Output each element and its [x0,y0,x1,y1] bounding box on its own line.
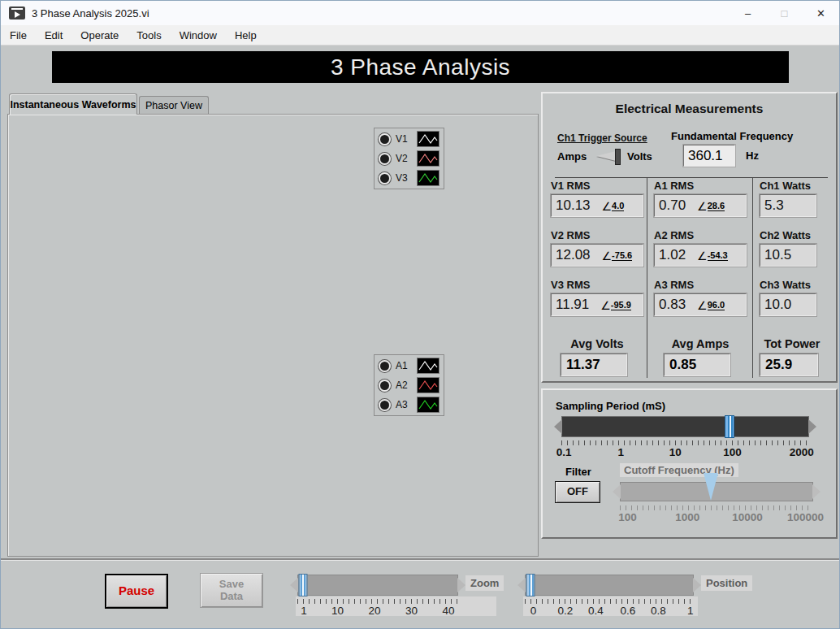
sampling-scale-label: 2000 [790,446,814,458]
position-scale-label: 1 [687,605,694,617]
current-rms-indicator: A2 RMS 1.02 ∠-54.3 [654,229,747,279]
zoom-scale-label: 30 [405,605,418,617]
legend-label: A1 [396,360,412,371]
legend-plot-glyph-icon[interactable] [417,377,439,393]
position-scale-label: 0 [530,605,537,617]
trigger-source-switch[interactable] [595,149,626,163]
menu-item[interactable]: File [1,25,36,45]
legend-plot-glyph-icon[interactable] [417,358,439,374]
plot-visible-led-icon[interactable] [379,172,391,184]
divider [1,558,839,561]
position-slider[interactable] [525,575,694,596]
position-scale-label: 0.2 [558,605,574,617]
zoom-handle[interactable] [298,574,307,596]
slider-right-arrow-icon[interactable] [457,578,465,592]
slider-left-arrow-icon[interactable] [517,578,526,592]
plot-visible-led-icon[interactable] [379,133,391,145]
rms-value: 0.70 [659,197,686,214]
slider-left-arrow-icon[interactable] [613,484,621,499]
legend-item-V1[interactable]: V1 [379,131,439,147]
maximize-button[interactable]: □ [766,1,803,25]
zoom-scale-label: 20 [369,605,381,617]
minimize-button[interactable]: – [730,1,766,25]
slider-right-arrow-icon[interactable] [812,484,821,499]
slider-left-arrow-icon[interactable] [290,578,298,592]
legend-item-A3[interactable]: A3 [379,397,439,413]
angle-icon: ∠ [697,301,708,310]
legend-item-A1[interactable]: A1 [379,358,439,374]
cutoff-frequency-slider[interactable] [620,482,813,501]
indicator-value-box: 1.02 ∠-54.3 [654,244,747,267]
menu-item[interactable]: Help [226,25,266,45]
hz-unit-label: Hz [746,150,759,162]
sampling-period-slider[interactable] [561,416,809,437]
cutoff-scale-label: 1000 [675,511,699,523]
cutoff-frequency-handle[interactable] [704,473,718,501]
tab-phasor-view[interactable]: Phasor View [139,96,209,115]
tab-page [7,114,539,557]
legend-item-V3[interactable]: V3 [379,170,439,186]
switch-lever-icon[interactable] [596,151,616,161]
plot-visible-led-icon[interactable] [379,153,391,165]
ch1-trigger-source-label: Ch1 Trigger Source [557,132,647,144]
sampling-period-handle[interactable] [725,415,734,438]
watts-value: 10.0 [764,297,791,313]
zoom-scale-label: 40 [443,605,455,617]
slider-right-arrow-icon[interactable] [693,578,701,592]
legend-plot-glyph-icon[interactable] [417,397,439,413]
phase-angle: ∠28.6 [697,201,725,211]
minor-ticks [620,505,813,510]
plot-visible-led-icon[interactable] [379,399,391,411]
sampling-period-label: Sampling Period (mS) [556,400,665,412]
legend-label: A3 [396,399,412,410]
pause-button[interactable]: Pause [105,574,168,609]
legend-label: V3 [396,172,412,184]
angle-icon: ∠ [697,202,708,211]
switch-knob-icon[interactable] [615,149,621,165]
zoom-slider[interactable] [297,575,458,596]
sampling-panel: Sampling Period (mS) 0.11101002000 Filte… [541,388,838,539]
measurements-title: Electrical Measurements [543,102,836,116]
indicator-value-box: 0.83 ∠96.0 [654,293,747,316]
voltage-rms-indicator: V3 RMS 11.91 ∠-95.9 [551,279,643,328]
menu-item[interactable]: Operate [71,25,128,45]
zoom-scale-label: 10 [331,605,344,617]
position-scale-label: 0.8 [651,605,666,617]
cutoff-frequency-label: Cutoff Frequency (Hz) [620,463,738,477]
legend-plot-glyph-icon[interactable] [417,170,439,186]
voltage-rms-indicator: V1 RMS 10.13 ∠4.0 [551,180,643,229]
indicator-value-box: 0.70 ∠28.6 [654,194,747,217]
legend-plot-glyph-icon[interactable] [417,150,439,167]
position-handle[interactable] [526,574,535,596]
page-title: 3 Phase Analysis [331,54,510,80]
current-rms-indicator: A3 RMS 0.83 ∠96.0 [654,279,747,328]
filter-off-button[interactable]: OFF [555,481,600,503]
slider-right-arrow-icon[interactable] [808,419,816,434]
save-data-button[interactable]: Save Data [200,573,263,608]
avg-amps-label: Avg Amps [654,337,747,350]
plot-visible-led-icon[interactable] [379,380,391,392]
phase-angle: ∠-95.9 [600,300,631,310]
fundamental-frequency-label: Fundamental Frequency [671,130,834,142]
avg-amps-value: 0.85 [664,354,730,376]
electrical-measurements-panel: Electrical Measurements Ch1 Trigger Sour… [541,92,838,383]
slider-left-arrow-icon[interactable] [554,419,562,434]
title-bar: 3 Phase Analysis 2025.vi – □ ✕ [1,1,839,25]
indicator-value-box: 11.91 ∠-95.9 [551,293,643,316]
indicator-value-box: 10.0 [760,293,816,316]
watts-indicator: Ch2 Watts 10.5 [760,229,816,279]
menu-item[interactable]: Tools [128,25,170,45]
legend-item-A2[interactable]: A2 [379,377,439,393]
indicator-label: Ch2 Watts [760,229,816,241]
tab-instantaneous-waveforms[interactable]: Instantaneous Waveforms [9,93,137,115]
phase-angle: ∠-75.6 [602,250,633,261]
close-button[interactable]: ✕ [803,1,839,25]
menu-item[interactable]: Edit [36,25,71,45]
rms-value: 11.91 [556,297,589,313]
plot-visible-led-icon[interactable] [379,360,391,372]
legend-item-V2[interactable]: V2 [379,150,439,167]
tot-power-label: Tot Power [756,337,829,350]
divider [752,177,753,378]
legend-plot-glyph-icon[interactable] [417,131,439,147]
menu-item[interactable]: Window [171,25,226,45]
